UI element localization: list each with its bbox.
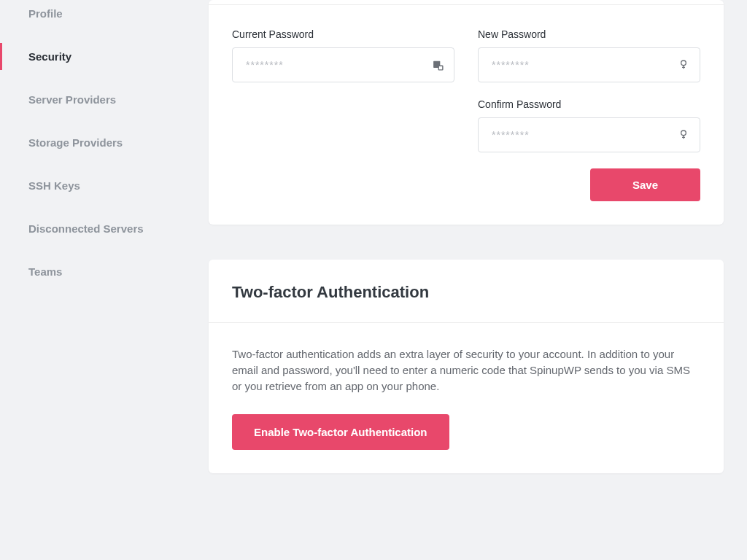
- sidebar-item-label: Storage Providers: [28, 136, 123, 149]
- input-wrap: [478, 117, 700, 152]
- new-password-input[interactable]: [478, 47, 700, 82]
- current-password-label: Current Password: [232, 28, 454, 40]
- main-content: Current Password New Password: [185, 0, 747, 560]
- form-row: Confirm Password: [232, 98, 700, 152]
- card-header-divider: [209, 0, 724, 5]
- sidebar-item-storage-providers[interactable]: Storage Providers: [0, 129, 185, 156]
- sidebar-item-disconnected-servers[interactable]: Disconnected Servers: [0, 215, 185, 242]
- enable-two-factor-button[interactable]: Enable Two-factor Authentication: [232, 414, 449, 450]
- input-wrap: [232, 47, 454, 82]
- form-row: Current Password New Password: [232, 28, 700, 82]
- card-body: Current Password New Password: [209, 5, 724, 225]
- input-wrap: [478, 47, 700, 82]
- sidebar-item-profile[interactable]: Profile: [0, 0, 185, 27]
- sidebar-item-label: Security: [28, 50, 71, 63]
- sidebar-item-security[interactable]: Security: [0, 43, 185, 70]
- current-password-input[interactable]: [232, 47, 454, 82]
- svg-point-3: [681, 131, 686, 136]
- sidebar-item-label: SSH Keys: [28, 179, 80, 192]
- change-password-card: Current Password New Password: [209, 0, 724, 225]
- sidebar: Profile Security Server Providers Storag…: [0, 0, 185, 560]
- password-manager-icon[interactable]: [431, 58, 444, 71]
- form-col-current: Current Password: [232, 28, 454, 82]
- card-body: Two-factor authentication adds an extra …: [209, 323, 724, 473]
- two-factor-card: Two-factor Authentication Two-factor aut…: [209, 260, 724, 473]
- save-button[interactable]: Save: [590, 168, 700, 201]
- confirm-password-input[interactable]: [478, 117, 700, 152]
- new-password-label: New Password: [478, 28, 700, 40]
- svg-point-2: [681, 61, 686, 66]
- sidebar-item-ssh-keys[interactable]: SSH Keys: [0, 172, 185, 199]
- sidebar-item-label: Server Providers: [28, 93, 116, 106]
- sidebar-item-label: Teams: [28, 265, 62, 278]
- two-factor-title: Two-factor Authentication: [209, 260, 724, 323]
- sidebar-item-server-providers[interactable]: Server Providers: [0, 86, 185, 113]
- two-factor-description: Two-factor authentication adds an extra …: [232, 346, 700, 394]
- form-col-new: New Password: [478, 28, 700, 82]
- form-col-confirm: Confirm Password: [478, 98, 700, 152]
- svg-rect-1: [438, 66, 443, 70]
- sidebar-item-label: Disconnected Servers: [28, 222, 144, 235]
- sidebar-item-teams[interactable]: Teams: [0, 258, 185, 285]
- sidebar-item-label: Profile: [28, 7, 63, 20]
- form-actions: Save: [232, 168, 700, 201]
- key-icon[interactable]: [677, 128, 690, 141]
- key-icon[interactable]: [677, 58, 690, 71]
- confirm-password-label: Confirm Password: [478, 98, 700, 110]
